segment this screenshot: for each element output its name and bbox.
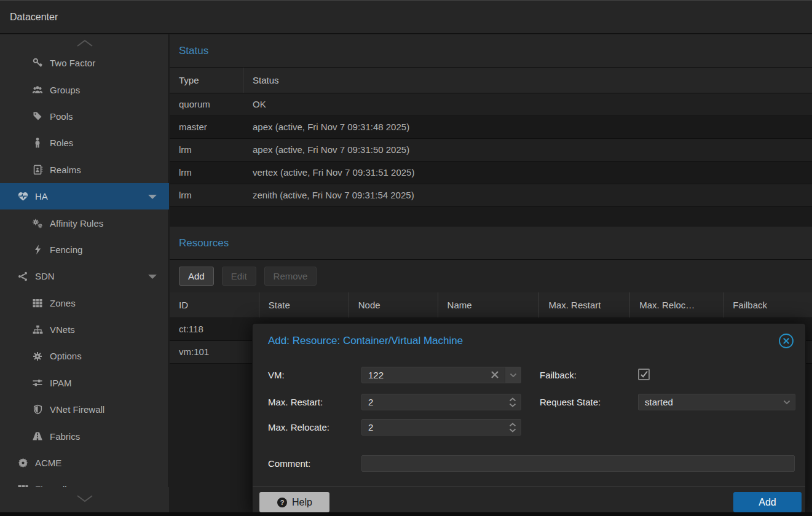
shield-icon — [31, 404, 44, 415]
sidebar-item-label: Zones — [50, 298, 76, 308]
sidebar-item-zones[interactable]: Zones — [0, 290, 169, 316]
sitemap-icon — [31, 325, 44, 335]
sidebar-item-acme[interactable]: ACME — [0, 450, 169, 476]
top-header: Datacenter — [0, 0, 812, 34]
column-header-max-relocate[interactable]: Max. Reloc… — [630, 292, 723, 318]
sidebar-item-label: Realms — [50, 165, 81, 175]
sidebar-item-label: Fencing — [50, 244, 82, 255]
sidebar-item-label: SDN — [35, 271, 55, 281]
remove-button[interactable]: Remove — [264, 267, 317, 286]
cell-status: apex (active, Fri Nov 7 09:31:50 2025) — [243, 139, 812, 161]
sidebar: Two Factor Groups Pools Roles Realms — [0, 34, 169, 516]
status-panel-title: Status — [170, 34, 812, 68]
column-header-type[interactable]: Type — [170, 68, 243, 93]
sidebar-item-two-factor[interactable]: Two Factor — [0, 50, 169, 76]
tags-icon — [31, 111, 44, 121]
sidebar-item-realms[interactable]: Realms — [0, 157, 169, 183]
cell-status: zenith (active, Fri Nov 7 09:31:54 2025) — [243, 184, 812, 206]
request-state-select[interactable]: started — [638, 394, 795, 410]
vm-label: VM: — [268, 367, 285, 383]
sidebar-item-label: IPAM — [50, 378, 72, 388]
request-state-label: Request State: — [540, 394, 601, 410]
certificate-icon — [16, 458, 30, 468]
chevron-down-icon — [0, 493, 169, 503]
resources-panel-title: Resources — [170, 227, 812, 260]
status-table-header: Type Status — [170, 68, 812, 93]
chevron-down-icon[interactable] — [779, 394, 795, 410]
close-icon[interactable] — [778, 333, 794, 349]
spinner-arrows-icon[interactable] — [505, 420, 521, 435]
max-relocate-label: Max. Relocate: — [268, 419, 329, 436]
sidebar-item-ha[interactable]: HA — [0, 183, 169, 209]
max-restart-value: 2 — [368, 397, 373, 407]
sidebar-scroll-down[interactable] — [0, 487, 169, 516]
failback-label: Failback: — [540, 367, 577, 383]
table-row[interactable]: lrm apex (active, Fri Nov 7 09:31:50 202… — [170, 139, 812, 162]
sidebar-item-fencing[interactable]: Fencing — [0, 237, 169, 263]
cell-type: lrm — [170, 162, 243, 184]
comment-input[interactable] — [361, 455, 795, 472]
sidebar-item-fabrics[interactable]: Fabrics — [0, 423, 169, 449]
cell-type: lrm — [170, 184, 243, 206]
sidebar-item-vnets[interactable]: VNets — [0, 316, 169, 343]
spinner-arrows-icon[interactable] — [505, 394, 521, 410]
sidebar-item-pools[interactable]: Pools — [0, 103, 169, 130]
sidebar-item-vnet-firewall[interactable]: VNet Firewall — [0, 396, 169, 423]
cell-type: quorum — [170, 93, 243, 115]
table-row[interactable]: lrm zenith (active, Fri Nov 7 09:31:54 2… — [170, 184, 812, 207]
clear-icon[interactable] — [489, 369, 500, 380]
question-icon: ? — [277, 497, 288, 508]
sidebar-item-label: Groups — [50, 85, 80, 95]
cell-id: vm:101 — [170, 341, 259, 363]
sidebar-item-sdn[interactable]: SDN — [0, 263, 169, 289]
comment-label: Comment: — [268, 455, 310, 472]
column-header-state[interactable]: State — [259, 292, 349, 318]
column-header-id[interactable]: ID — [170, 292, 259, 318]
request-state-value: started — [645, 397, 673, 407]
failback-checkbox[interactable] — [638, 369, 650, 380]
edit-button[interactable]: Edit — [222, 267, 256, 286]
cell-type: master — [170, 116, 243, 138]
status-table-body: quorum OK master apex (active, Fri Nov 7… — [170, 93, 812, 207]
cell-status: apex (active, Fri Nov 7 09:31:48 2025) — [243, 116, 812, 138]
gears-icon — [31, 218, 44, 229]
column-header-name[interactable]: Name — [438, 292, 540, 318]
sidebar-item-affinity-rules[interactable]: Affinity Rules — [0, 209, 169, 236]
column-header-status[interactable]: Status — [243, 68, 812, 93]
add-button[interactable]: Add — [179, 267, 214, 286]
chevron-down-icon[interactable] — [148, 195, 157, 199]
sidebar-item-ipam[interactable]: IPAM — [0, 370, 169, 396]
sidebar-item-label: Pools — [50, 111, 73, 122]
help-button[interactable]: ? Help — [259, 492, 329, 512]
svg-text:?: ? — [280, 499, 285, 506]
sidebar-item-groups[interactable]: Groups — [0, 76, 169, 103]
sidebar-item-label: Two Factor — [50, 58, 95, 68]
sidebar-scroll-up[interactable] — [0, 36, 169, 50]
column-header-max-restart[interactable]: Max. Restart — [539, 292, 630, 318]
dialog-add-button[interactable]: Add — [733, 492, 802, 512]
chevron-up-icon — [0, 38, 169, 48]
table-row[interactable]: lrm vertex (active, Fri Nov 7 09:31:51 2… — [170, 162, 812, 184]
max-relocate-spinner[interactable]: 2 — [361, 419, 521, 436]
key-icon — [31, 58, 44, 68]
page-title: Datacenter — [10, 1, 58, 34]
cell-type: lrm — [170, 139, 243, 161]
table-row[interactable]: quorum OK — [170, 93, 812, 116]
sidebar-item-options[interactable]: Options — [0, 343, 169, 369]
vm-combobox[interactable]: 122 — [361, 367, 521, 383]
network-icon — [16, 272, 30, 281]
column-header-node[interactable]: Node — [349, 292, 438, 318]
max-restart-spinner[interactable]: 2 — [361, 394, 521, 410]
sidebar-item-label: Fabrics — [50, 431, 80, 442]
dialog-add-label: Add — [759, 497, 776, 508]
column-header-failback[interactable]: Failback — [723, 292, 812, 318]
chevron-down-icon[interactable] — [148, 275, 157, 279]
max-restart-label: Max. Restart: — [268, 394, 323, 410]
table-row[interactable]: master apex (active, Fri Nov 7 09:31:48 … — [170, 116, 812, 139]
sidebar-item-roles[interactable]: Roles — [0, 130, 169, 156]
chevron-down-icon[interactable] — [505, 367, 521, 383]
sidebar-item-label: Options — [50, 351, 82, 361]
heartbeat-icon — [16, 191, 30, 201]
add-resource-dialog: Add: Resource: Container/Virtual Machine… — [252, 323, 806, 516]
dialog-title: Add: Resource: Container/Virtual Machine — [268, 324, 463, 358]
